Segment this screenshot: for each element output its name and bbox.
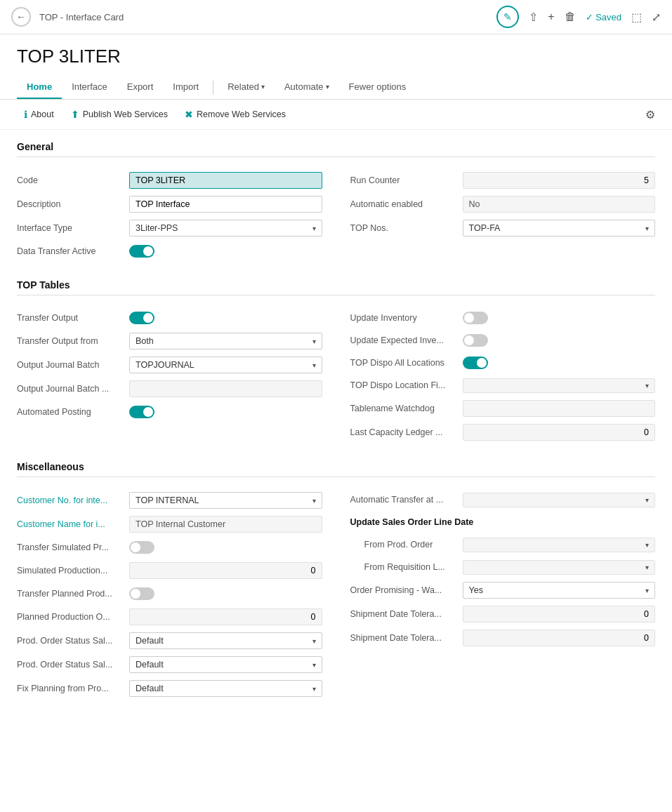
fullscreen-button[interactable]: ⤢ — [652, 11, 661, 24]
customer-name-field-row: Customer Name for i... — [17, 512, 322, 536]
interface-type-arrow-icon: ▾ — [312, 225, 316, 232]
transfer-output-toggle — [129, 312, 322, 324]
share-icon: ⇧ — [529, 11, 538, 23]
simulated-production-value — [129, 562, 322, 579]
add-button[interactable]: + — [548, 11, 554, 23]
planned-production-input[interactable] — [129, 608, 322, 625]
back-button[interactable]: ← — [11, 7, 31, 27]
output-journal-batch2-field-row: Output Journal Batch ... — [17, 377, 322, 401]
top-tables-left-col: Transfer Output Transfer Output from Bot… — [17, 307, 336, 444]
top-dispo-all-toggle-control[interactable] — [463, 357, 488, 369]
description-input[interactable] — [129, 196, 322, 213]
update-inventory-toggle-control[interactable] — [463, 312, 488, 324]
edit-button[interactable]: ✎ — [496, 6, 519, 28]
order-promising-select[interactable]: Yes ▾ — [463, 582, 656, 599]
about-button[interactable]: ℹ About — [17, 105, 61, 124]
misc-right-col: Automatic Transfer at ... ▾ Update Sales… — [336, 488, 656, 700]
fix-planning-select[interactable]: Default ▾ — [129, 680, 322, 697]
shipment-date-tolera1-label: Shipment Date Tolera... — [350, 609, 463, 619]
tab-related[interactable]: Related ▾ — [218, 76, 275, 99]
top-nos-select[interactable]: TOP-FA ▾ — [463, 220, 656, 237]
shipment-date-tolera2-input[interactable] — [463, 630, 656, 646]
customer-name-label[interactable]: Customer Name for i... — [17, 519, 129, 529]
miscellaneous-fields: Customer No. for inte... TOP INTERNAL ▾ … — [17, 488, 655, 700]
transfer-output-from-label: Transfer Output from — [17, 336, 129, 346]
top-dispo-all-toggle — [463, 357, 656, 369]
share-button[interactable]: ⇧ — [529, 11, 538, 24]
order-promising-arrow-icon: ▾ — [645, 587, 649, 594]
top-dispo-location-fi-value: ▾ — [463, 378, 656, 393]
auto-transfer-select[interactable]: ▾ — [463, 493, 656, 507]
prod-order-status-sal2-value: Default ▾ — [129, 656, 322, 673]
simulated-production-input[interactable] — [129, 562, 322, 579]
expand-icon: ⬚ — [631, 11, 642, 23]
output-journal-batch2-input[interactable] — [129, 380, 322, 397]
simulated-production-label: Simulated Production... — [17, 566, 129, 575]
tab-home[interactable]: Home — [17, 76, 62, 99]
remove-ws-button[interactable]: ✖ Remove Web Services — [178, 105, 293, 124]
from-requisition-select[interactable]: ▾ — [463, 560, 656, 575]
output-journal-batch-select[interactable]: TOPJOURNAL ▾ — [129, 357, 322, 373]
tab-export[interactable]: Export — [117, 76, 164, 99]
order-promising-value: Yes ▾ — [463, 582, 656, 599]
top-dispo-location-fi-field-row: TOP Dispo Location Fi... ▾ — [350, 374, 656, 397]
automated-posting-toggle-control[interactable] — [129, 406, 154, 418]
top-tables-fields: Transfer Output Transfer Output from Bot… — [17, 307, 655, 444]
info-icon: ℹ — [24, 109, 27, 120]
action-bar: ℹ About ⬆ Publish Web Services ✖ Remove … — [0, 100, 672, 130]
expand-button[interactable]: ⬚ — [631, 11, 642, 24]
auto-transfer-field-row: Automatic Transfer at ... ▾ — [350, 488, 656, 511]
update-expected-inve-toggle-control[interactable] — [463, 334, 488, 347]
interface-type-select[interactable]: 3Liter-PPS ▾ — [129, 220, 322, 237]
code-field-row: Code — [17, 168, 322, 192]
output-journal-batch-value: TOPJOURNAL ▾ — [129, 357, 322, 373]
description-field-row: Description — [17, 192, 322, 216]
customer-no-label[interactable]: Customer No. for inte... — [17, 495, 129, 505]
code-input[interactable] — [129, 172, 322, 189]
top-dispo-location-fi-select[interactable]: ▾ — [463, 378, 656, 393]
general-section: General Code Description Interface — [17, 141, 655, 262]
tab-fewer-options[interactable]: Fewer options — [339, 76, 416, 99]
miscellaneous-section: Miscellaneous Customer No. for inte... T… — [17, 461, 655, 700]
customer-no-field-row: Customer No. for inte... TOP INTERNAL ▾ — [17, 488, 322, 512]
publish-ws-button[interactable]: ⬆ Publish Web Services — [64, 105, 175, 124]
data-transfer-active-toggle[interactable] — [129, 245, 154, 258]
delete-button[interactable]: 🗑 — [565, 11, 576, 23]
prod-order-status-sal1-select[interactable]: Default ▾ — [129, 632, 322, 649]
planned-production-label: Planned Production O... — [17, 612, 129, 622]
tab-import[interactable]: Import — [163, 76, 209, 99]
prod-order-status-sal1-field-row: Prod. Order Status Sal... Default ▾ — [17, 629, 322, 653]
transfer-simulated-toggle-control[interactable] — [129, 541, 154, 554]
from-prod-order-select[interactable]: ▾ — [463, 538, 656, 552]
shipment-date-tolera1-input[interactable] — [463, 606, 656, 623]
prod-order-status-sal2-select[interactable]: Default ▾ — [129, 656, 322, 673]
run-counter-input[interactable] — [463, 172, 656, 189]
update-sales-label-row: Update Sales Order Line Date — [350, 511, 656, 533]
update-expected-inve-toggle — [463, 334, 656, 347]
transfer-simulated-toggle — [129, 541, 322, 554]
fix-planning-arrow-icon: ▾ — [312, 685, 316, 693]
tab-interface[interactable]: Interface — [62, 76, 117, 99]
transfer-output-from-field-row: Transfer Output from Both ▾ — [17, 329, 322, 353]
update-expected-inve-label: Update Expected Inve... — [350, 335, 463, 345]
output-journal-batch-field-row: Output Journal Batch TOPJOURNAL ▾ — [17, 353, 322, 377]
top-bar: ← TOP - Interface Card ✎ ⇧ + 🗑 ✓ Saved ⬚… — [0, 0, 672, 34]
general-left-col: Code Description Interface Type 3Lit — [17, 168, 336, 262]
transfer-output-field-row: Transfer Output — [17, 307, 322, 329]
tablename-watchdog-input[interactable] — [463, 400, 656, 417]
from-requisition-label: From Requisition L... — [350, 562, 463, 572]
transfer-simulated-label: Transfer Simulated Pr... — [17, 543, 129, 552]
customer-no-select[interactable]: TOP INTERNAL ▾ — [129, 492, 322, 509]
customize-button[interactable]: ⚙ — [645, 108, 655, 121]
top-tables-section: TOP Tables Transfer Output Transfer Outp… — [17, 279, 655, 444]
prod-order-status-sal2-arrow-icon: ▾ — [312, 661, 316, 669]
top-tables-section-title: TOP Tables — [17, 279, 655, 295]
last-capacity-ledger-input[interactable] — [463, 424, 656, 441]
nav-divider — [213, 81, 213, 95]
transfer-output-from-select[interactable]: Both ▾ — [129, 333, 322, 350]
tab-automate[interactable]: Automate ▾ — [275, 76, 339, 99]
tablename-watchdog-field-row: Tablename Watchdog — [350, 397, 656, 420]
transfer-output-toggle-control[interactable] — [129, 312, 154, 324]
transfer-planned-toggle-control[interactable] — [129, 587, 154, 600]
prod-order-status-sal1-arrow-icon: ▾ — [312, 637, 316, 645]
